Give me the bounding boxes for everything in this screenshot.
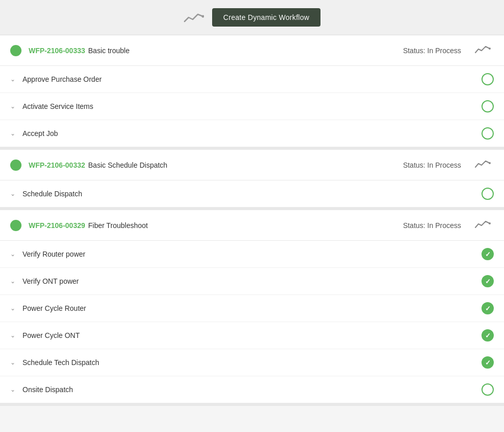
work-order-id[interactable]: WFP-2106-00329 (29, 221, 85, 230)
work-order-group-0: WFP-2106-00333Basic troubleStatus: In Pr… (0, 35, 504, 150)
work-order-header-1: WFP-2106-00332Basic Schedule DispatchSta… (0, 150, 504, 180)
work-order-header-0: WFP-2106-00333Basic troubleStatus: In Pr… (0, 35, 504, 66)
status-dot (10, 45, 21, 56)
task-label: Onsite Dispatch (22, 385, 482, 394)
task-row: ⌄Schedule Dispatch (0, 180, 504, 207)
chevron-down-icon[interactable]: ⌄ (10, 305, 15, 312)
task-incomplete-icon (482, 73, 494, 85)
work-order-name: Basic trouble (88, 47, 130, 55)
chevron-down-icon[interactable]: ⌄ (10, 130, 15, 137)
task-label: Approve Purchase Order (22, 75, 482, 83)
trend-button[interactable] (471, 157, 494, 173)
task-row: ⌄Approve Purchase Order (0, 66, 504, 93)
main-content: WFP-2106-00333Basic troubleStatus: In Pr… (0, 35, 504, 406)
svg-point-3 (489, 222, 491, 224)
task-label: Power Cycle Router (22, 304, 482, 312)
task-row: ⌄Onsite Dispatch (0, 376, 504, 403)
status-dot (10, 220, 21, 231)
work-order-id[interactable]: WFP-2106-00333 (29, 47, 85, 55)
work-order-header-2: WFP-2106-00329Fiber TroubleshootStatus: … (0, 210, 504, 241)
task-row: ⌄Schedule Tech Dispatch (0, 349, 504, 376)
task-incomplete-icon (482, 100, 494, 112)
task-complete-icon (482, 329, 494, 342)
svg-point-2 (489, 162, 491, 164)
chevron-down-icon[interactable]: ⌄ (10, 386, 15, 393)
task-label: Verify Router power (22, 250, 482, 258)
svg-point-1 (489, 48, 491, 50)
work-order-status: Status: In Process (403, 161, 461, 169)
task-complete-icon (482, 275, 494, 287)
task-label: Schedule Tech Dispatch (22, 358, 482, 367)
trend-icon (184, 10, 204, 25)
task-label: Verify ONT power (22, 277, 482, 285)
work-order-group-1: WFP-2106-00332Basic Schedule DispatchSta… (0, 150, 504, 210)
task-row: ⌄Verify ONT power (0, 268, 504, 295)
task-incomplete-icon (482, 127, 494, 140)
task-complete-icon (482, 248, 494, 260)
status-dot (10, 160, 21, 171)
chevron-down-icon[interactable]: ⌄ (10, 359, 15, 366)
chevron-down-icon[interactable]: ⌄ (10, 332, 15, 339)
work-order-group-2: WFP-2106-00329Fiber TroubleshootStatus: … (0, 210, 504, 406)
chevron-down-icon[interactable]: ⌄ (10, 278, 15, 285)
work-order-name: Fiber Troubleshoot (88, 221, 148, 230)
trend-button[interactable] (471, 217, 494, 233)
top-bar: Create Dynamic Workflow (0, 0, 504, 35)
work-order-id[interactable]: WFP-2106-00332 (29, 161, 85, 169)
chevron-down-icon[interactable]: ⌄ (10, 251, 15, 258)
task-label: Schedule Dispatch (22, 190, 482, 198)
task-label: Activate Service Items (22, 102, 482, 110)
task-complete-icon (482, 302, 494, 314)
trend-button[interactable] (471, 42, 494, 58)
task-label: Power Cycle ONT (22, 331, 482, 339)
work-order-name: Basic Schedule Dispatch (88, 161, 168, 169)
task-row: ⌄Verify Router power (0, 241, 504, 268)
work-order-status: Status: In Process (403, 47, 461, 55)
chevron-down-icon[interactable]: ⌄ (10, 76, 15, 83)
task-row: ⌄Activate Service Items (0, 93, 504, 120)
task-row: ⌄Accept Job (0, 120, 504, 147)
task-incomplete-icon (482, 383, 494, 396)
task-row: ⌄Power Cycle Router (0, 295, 504, 322)
task-label: Accept Job (22, 129, 482, 138)
chevron-down-icon[interactable]: ⌄ (10, 190, 15, 197)
chevron-down-icon[interactable]: ⌄ (10, 103, 15, 110)
work-order-status: Status: In Process (403, 221, 461, 230)
task-incomplete-icon (482, 188, 494, 200)
task-row: ⌄Power Cycle ONT (0, 322, 504, 349)
create-dynamic-workflow-button[interactable]: Create Dynamic Workflow (212, 8, 320, 27)
task-complete-icon (482, 356, 494, 369)
